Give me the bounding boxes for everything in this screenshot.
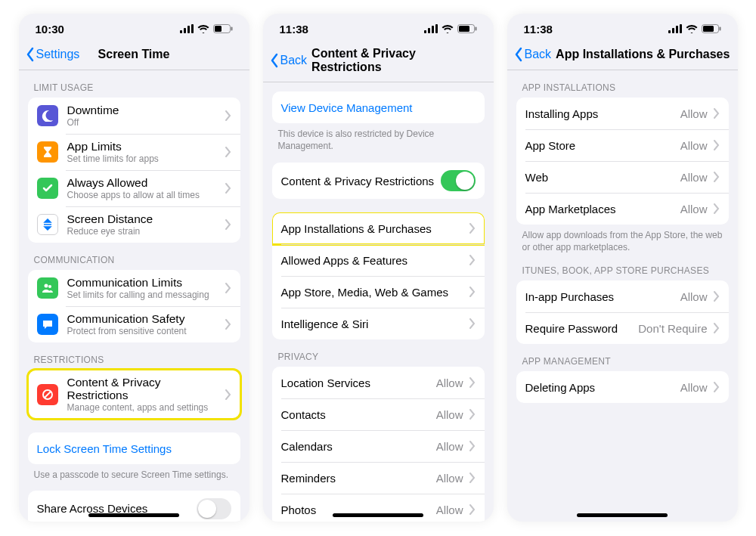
back-button[interactable]: Back: [269, 53, 308, 68]
row-value: Allow: [436, 408, 463, 421]
wifi-icon: [442, 24, 454, 33]
install-note: Allow app downloads from the App Store, …: [516, 225, 729, 253]
row-always-allowed[interactable]: Always AllowedChoose apps to allow at al…: [28, 170, 240, 206]
chevron-right-icon: [714, 291, 720, 302]
row-location[interactable]: Location ServicesAllow: [272, 367, 485, 398]
back-label: Settings: [36, 48, 80, 61]
row-photos[interactable]: PhotosAllow: [272, 494, 485, 522]
status-time: 11:38: [524, 23, 553, 36]
nav-bar: Settings Screen Time: [19, 44, 249, 70]
back-button[interactable]: Back: [513, 47, 552, 62]
row-label: Communication Limits: [67, 276, 225, 289]
row-app-store[interactable]: App StoreAllow: [516, 129, 729, 161]
wifi-icon: [197, 24, 209, 33]
chevron-right-icon: [225, 219, 231, 230]
chevron-right-icon: [225, 183, 231, 194]
row-label: Location Services: [281, 376, 370, 389]
battery-icon: [457, 24, 477, 33]
home-indicator[interactable]: [88, 513, 179, 517]
restrictions-card: Content & Privacy RestrictionsManage con…: [28, 370, 240, 419]
content: LIMIT USAGE DowntimeOff App LimitsSet ti…: [19, 70, 249, 522]
row-sub: Choose apps to allow at all times: [67, 190, 225, 200]
row-content-privacy-restrictions[interactable]: Content & Privacy RestrictionsManage con…: [28, 370, 240, 419]
row-label: Intelligence & Siri: [281, 318, 369, 330]
back-label: Back: [525, 48, 552, 61]
row-label: View Device Management: [281, 101, 413, 114]
svg-rect-5: [215, 26, 222, 32]
lock-card: Lock Screen Time Settings: [28, 432, 240, 464]
status-icons: [668, 24, 721, 33]
chevron-right-icon: [469, 255, 476, 265]
row-label: App Limits: [67, 140, 225, 153]
row-downtime[interactable]: DowntimeOff: [28, 98, 240, 134]
row-value: Allow: [436, 503, 463, 516]
svg-point-8: [48, 285, 51, 288]
row-calendars[interactable]: CalendarsAllow: [272, 430, 485, 462]
home-indicator[interactable]: [333, 513, 423, 517]
row-sub: Set time limits for apps: [67, 153, 225, 164]
svg-rect-21: [680, 24, 682, 33]
check-icon: [37, 178, 58, 199]
row-label: Calendars: [281, 440, 333, 453]
row-allowed-apps[interactable]: Allowed Apps & Features: [272, 244, 485, 276]
row-app-marketplaces[interactable]: App MarketplacesAllow: [516, 193, 729, 225]
row-label: App Installations & Purchases: [281, 222, 432, 235]
row-label: Screen Distance: [67, 212, 225, 225]
mgmt-card: Deleting AppsAllow: [516, 371, 729, 403]
row-label: In-app Purchases: [525, 290, 615, 303]
back-label: Back: [280, 54, 308, 67]
row-label: Allowed Apps & Features: [281, 254, 408, 267]
row-value: Allow: [680, 107, 708, 120]
row-view-device-mgmt[interactable]: View Device Management: [272, 91, 485, 123]
chevron-right-icon: [469, 504, 476, 515]
svg-rect-16: [459, 26, 469, 32]
chevron-left-icon: [513, 47, 524, 62]
toggle-card: Content & Privacy Restrictions: [272, 163, 485, 199]
row-screen-distance[interactable]: Screen DistanceReduce eye strain: [28, 206, 240, 243]
row-web[interactable]: WebAllow: [516, 161, 729, 193]
svg-rect-20: [676, 26, 678, 33]
toggle-restrictions[interactable]: [441, 170, 476, 191]
svg-rect-18: [668, 30, 671, 33]
row-installing-apps[interactable]: Installing AppsAllow: [516, 98, 729, 129]
row-label: App Marketplaces: [525, 203, 616, 215]
svg-rect-19: [672, 28, 674, 33]
row-app-limits[interactable]: App LimitsSet time limits for apps: [28, 134, 240, 170]
chevron-right-icon: [469, 409, 476, 420]
row-value: Allow: [680, 171, 708, 184]
row-label: Lock Screen Time Settings: [37, 442, 172, 455]
row-sub: Set limits for calling and messaging: [67, 290, 225, 300]
row-lock-screen-time[interactable]: Lock Screen Time Settings: [28, 432, 240, 464]
users-icon: [37, 277, 58, 299]
section-header-mgmt: APP MANAGEMENT: [516, 344, 729, 371]
row-communication-safety[interactable]: Communication SafetyProtect from sensiti…: [28, 306, 240, 342]
chevron-right-icon: [225, 389, 231, 400]
device-mgmt-note: This device is also restricted by Device…: [272, 123, 485, 152]
row-deleting-apps[interactable]: Deleting AppsAllow: [516, 371, 729, 403]
row-intelligence-siri[interactable]: Intelligence & Siri: [272, 308, 485, 339]
row-contacts[interactable]: ContactsAllow: [272, 398, 485, 430]
row-value: Allow: [680, 381, 708, 394]
chevron-right-icon: [714, 108, 720, 119]
section-header-communication: COMMUNICATION: [28, 243, 240, 270]
status-icons: [180, 24, 233, 33]
row-label: Contacts: [281, 408, 326, 421]
section-header-purchases: ITUNES, BOOK, APP STORE PURCHASES: [516, 253, 729, 280]
row-require-password[interactable]: Require PasswordDon't Require: [516, 312, 729, 344]
toggle-share[interactable]: [197, 498, 231, 519]
row-reminders[interactable]: RemindersAllow: [272, 462, 485, 494]
chevron-right-icon: [469, 377, 476, 388]
home-indicator[interactable]: [577, 513, 668, 517]
row-label: Content & Privacy Restrictions: [67, 376, 225, 401]
row-label: Downtime: [67, 104, 225, 116]
status-time: 10:30: [36, 23, 64, 36]
back-button[interactable]: Settings: [25, 47, 80, 62]
row-in-app-purchases[interactable]: In-app PurchasesAllow: [516, 280, 729, 312]
row-app-store-media[interactable]: App Store, Media, Web & Games: [272, 276, 485, 308]
bubble-icon: [37, 314, 58, 335]
row-restrictions-toggle[interactable]: Content & Privacy Restrictions: [272, 163, 485, 199]
status-bar: 11:38: [507, 14, 738, 44]
row-communication-limits[interactable]: Communication LimitsSet limits for calli…: [28, 270, 240, 306]
main-card: App Installations & Purchases Allowed Ap…: [272, 212, 485, 339]
row-app-installations[interactable]: App Installations & Purchases: [272, 212, 485, 244]
